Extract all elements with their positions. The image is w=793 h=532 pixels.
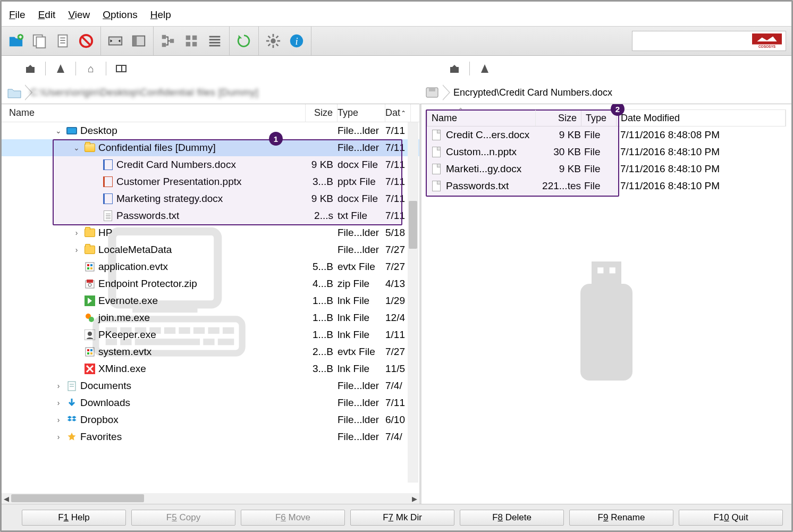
- fn-quit[interactable]: F10 Quit: [679, 510, 783, 526]
- list-row[interactable]: Credit C...ers.docx9 KBFile7/11/2016 8:4…: [427, 126, 786, 143]
- svg-rect-15: [186, 36, 190, 40]
- tree-row[interactable]: ›Passwords.txt2...stxt File7/11: [2, 207, 419, 224]
- col-size[interactable]: Size: [536, 110, 581, 126]
- nav-dualpane-left[interactable]: [111, 61, 132, 77]
- row-date: 7/11/2016 8:48:08 PM: [616, 129, 786, 141]
- tree-row[interactable]: ›XMind.exe3...Blnk File11/5: [2, 360, 419, 377]
- tree-row[interactable]: ›PKeeper.exe1...Blnk File1/11: [2, 326, 419, 343]
- tree-row[interactable]: ›Evernote.exe1...Blnk File1/29: [2, 292, 419, 309]
- swap-panes-button[interactable]: [105, 31, 125, 51]
- fn-rename[interactable]: F9 Rename: [569, 510, 673, 526]
- list-row[interactable]: Marketi...gy.docx9 KBFile7/11/2016 8:48:…: [427, 161, 786, 178]
- scrollbar-thumb[interactable]: [11, 494, 144, 502]
- expand-icon[interactable]: ›: [54, 382, 63, 390]
- tree-row[interactable]: ›Credit Card Numbers.docx9 KBdocx File7/…: [2, 156, 419, 173]
- row-date: 11/5: [385, 363, 411, 375]
- refresh-button[interactable]: [234, 31, 254, 51]
- tree-row[interactable]: ›Customer Presentation.pptx3...Bpptx Fil…: [2, 173, 419, 190]
- scroll-left-icon[interactable]: ◀: [4, 495, 9, 503]
- nav-up-right[interactable]: [444, 61, 465, 77]
- row-size: 221...tes: [535, 180, 581, 192]
- row-size: 9 KB: [535, 129, 581, 141]
- block-button[interactable]: [76, 31, 96, 51]
- copy-button[interactable]: [29, 31, 49, 51]
- view-list-button[interactable]: [129, 31, 149, 51]
- left-column-header[interactable]: Name⌃ Size Type Dat⌃: [2, 104, 419, 122]
- col-name[interactable]: Name: [9, 107, 35, 119]
- expand-icon[interactable]: ›: [54, 433, 63, 441]
- expand-icon[interactable]: ⌄: [54, 126, 63, 135]
- row-date: 7/11: [385, 210, 411, 222]
- view-details-button[interactable]: [205, 31, 225, 51]
- view-icons-button[interactable]: [181, 31, 201, 51]
- breadcrumb-left[interactable]: C:\Users\origin\Desktop\Confidential fil…: [2, 81, 419, 104]
- tree-row[interactable]: ›DocumentsFile...lder7/4/: [2, 377, 419, 394]
- nav-pin-left[interactable]: [50, 61, 71, 77]
- tree-row[interactable]: ›FavoritesFile...lder7/4/: [2, 428, 419, 445]
- expand-icon[interactable]: ›: [54, 399, 63, 407]
- settings-button[interactable]: [263, 31, 283, 51]
- expand-icon[interactable]: ›: [72, 229, 81, 237]
- tree-row[interactable]: ⌄Confidential files [Dummy]File...lder7/…: [2, 139, 419, 156]
- row-name: Credit Card Numbers.docx: [116, 159, 236, 171]
- menu-edit[interactable]: Edit: [38, 9, 56, 21]
- fn-move[interactable]: F6 Move: [241, 510, 345, 526]
- left-tree[interactable]: 1 ⌄DesktopFile...lder7/11⌄Confidential f…: [2, 122, 419, 493]
- svg-rect-19: [209, 36, 221, 38]
- col-name[interactable]: Name: [432, 113, 457, 124]
- fn-delete[interactable]: F8 Delete: [460, 510, 564, 526]
- breadcrumb-right[interactable]: Encrypted\Credit Card Numbers.docx: [419, 81, 791, 104]
- fn-copy[interactable]: F5 Copy: [131, 510, 235, 526]
- fn-help[interactable]: F1 Help: [22, 510, 126, 526]
- menu-help[interactable]: Help: [150, 9, 171, 21]
- tree-row[interactable]: ›HPFile...lder5/18: [2, 224, 419, 241]
- svg-rect-59: [90, 264, 92, 266]
- horizontal-scrollbar[interactable]: ◀ ▶: [2, 493, 419, 504]
- search-box[interactable]: COSOSYS: [632, 31, 786, 51]
- row-type: evtx File: [338, 261, 385, 273]
- expand-icon[interactable]: ›: [72, 246, 81, 254]
- list-row[interactable]: Custom...n.pptx30 KBFile7/11/2016 8:48:1…: [427, 143, 786, 161]
- tree-row[interactable]: ⌄DesktopFile...lder7/11: [2, 122, 419, 139]
- expand-icon[interactable]: ⌄: [72, 143, 81, 152]
- scroll-right-icon[interactable]: ▶: [412, 495, 417, 503]
- new-folder-button[interactable]: [6, 31, 26, 51]
- tree-row[interactable]: ›Marketing strategy.docx9 KBdocx File7/1…: [2, 190, 419, 207]
- col-date[interactable]: Dat⌃: [385, 104, 411, 122]
- menu-options[interactable]: Options: [103, 9, 137, 21]
- tree-row[interactable]: ›join.me.exe1...Blnk File12/4: [2, 309, 419, 326]
- nav-home-left[interactable]: ⌂: [80, 61, 102, 77]
- row-date: 7/11: [385, 397, 411, 409]
- tree-row[interactable]: ›system.evtx2...Bevtx File7/27: [2, 343, 419, 360]
- info-button[interactable]: i: [286, 31, 307, 51]
- col-date[interactable]: Date Modified: [617, 110, 786, 126]
- tree-row[interactable]: ›Endpoint Protector.zip4...Bzip File4/13: [2, 275, 419, 292]
- view-tree-button[interactable]: [158, 31, 178, 51]
- paste-button[interactable]: [53, 31, 73, 51]
- menu-view[interactable]: View: [68, 9, 90, 21]
- vertical-scrollbar[interactable]: [408, 122, 418, 483]
- file-icon: [85, 330, 95, 340]
- row-size: 1...B: [306, 329, 338, 341]
- tree-row[interactable]: ›application.evtx5...Bevtx File7/27: [2, 258, 419, 275]
- tree-row[interactable]: ›DropboxFile...lder6/10: [2, 411, 419, 428]
- col-size[interactable]: Size: [306, 104, 338, 122]
- list-row[interactable]: Passwords.txt221...tesFile7/11/2016 8:48…: [427, 178, 786, 195]
- fn-mkdir[interactable]: F7 Mk Dir: [350, 510, 454, 526]
- row-type: File: [581, 129, 616, 141]
- expand-icon[interactable]: ›: [54, 416, 63, 424]
- svg-line-29: [276, 44, 279, 46]
- nav-up-left[interactable]: [20, 61, 41, 77]
- file-icon: [85, 364, 95, 374]
- col-type[interactable]: Type: [338, 104, 385, 122]
- svg-rect-61: [90, 267, 92, 269]
- pin-icon: [57, 64, 64, 73]
- right-column-header[interactable]: Name⌃ Size Type Date Modified: [427, 109, 786, 126]
- svg-rect-12: [162, 35, 166, 39]
- tree-row[interactable]: ›LocaleMetaDataFile...lder7/27: [2, 241, 419, 258]
- row-date: 1/29: [385, 295, 411, 307]
- nav-pin-right[interactable]: [474, 61, 495, 77]
- scrollbar-thumb[interactable]: [409, 201, 417, 249]
- menu-file[interactable]: File: [9, 9, 26, 21]
- tree-row[interactable]: ›DownloadsFile...lder7/11: [2, 394, 419, 411]
